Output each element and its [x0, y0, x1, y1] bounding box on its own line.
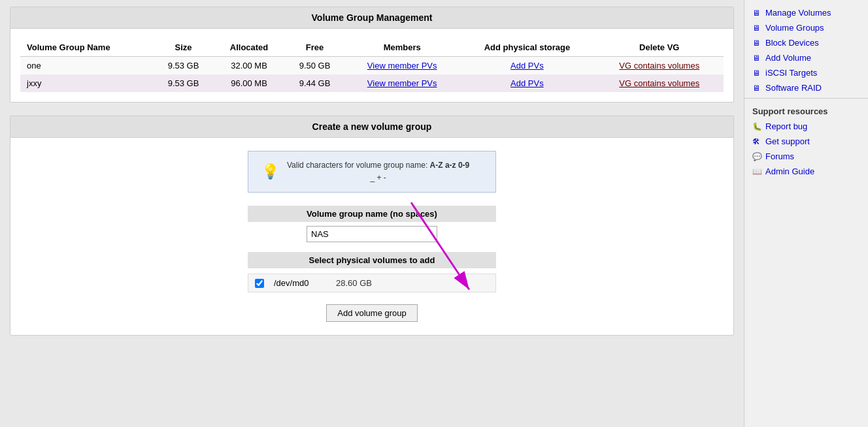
- support-icon: 🛠: [752, 137, 761, 146]
- support-section-title: Support resources: [744, 101, 868, 119]
- table-row: jxxy 9.53 GB 96.00 MB 9.44 GB View membe…: [20, 74, 724, 92]
- col-delete-vg: Delete VG: [595, 39, 724, 57]
- vg-name-input[interactable]: [307, 226, 437, 242]
- sidebar-item-label: Software RAID: [765, 83, 822, 93]
- sidebar-item-software-raid[interactable]: 🖥Software RAID: [744, 80, 868, 95]
- hint-text: Valid characters for volume group name: …: [287, 159, 469, 184]
- sidebar-support-admin-guide[interactable]: 📖Admin Guide: [744, 164, 868, 179]
- sidebar-item-manage-volumes[interactable]: 🖥Manage Volumes: [744, 5, 868, 20]
- sidebar-support-label: Get support: [765, 136, 810, 146]
- disk-icon: 🖥: [752, 39, 761, 48]
- vg-delete-link[interactable]: VG contains volumes: [595, 57, 724, 75]
- vg-free: 9.50 GB: [284, 57, 345, 75]
- sidebar-divider: [744, 98, 868, 99]
- sidebar-item-volume-groups[interactable]: 🖥Volume Groups: [744, 20, 868, 35]
- vg-name: one: [20, 57, 153, 75]
- disk-icon: 🖥: [752, 8, 761, 18]
- sidebar-item-label: Manage Volumes: [765, 8, 831, 18]
- vg-add-link[interactable]: Add PVs: [459, 57, 595, 75]
- sidebar-support-report-bug[interactable]: 🐛Report bug: [744, 119, 868, 134]
- vg-name-label: Volume group name (no spaces): [248, 206, 496, 222]
- volume-group-table: Volume Group Name Size Allocated Free Me…: [20, 39, 724, 92]
- col-size: Size: [153, 39, 214, 57]
- sidebar-support: 🐛Report bug🛠Get support💬Forums📖Admin Gui…: [744, 119, 868, 179]
- vg-members-link[interactable]: View member PVs: [345, 74, 459, 92]
- col-allocated: Allocated: [214, 39, 284, 57]
- sidebar-support-label: Report bug: [765, 121, 807, 131]
- volume-item: /dev/md0 28.60 GB: [248, 274, 496, 293]
- vg-delete-link[interactable]: VG contains volumes: [595, 74, 724, 92]
- vgm-panel-title: Volume Group Management: [10, 7, 733, 29]
- disk-icon: 🖥: [752, 54, 761, 63]
- sidebar-item-label: iSCSI Targets: [765, 68, 817, 78]
- guide-icon: 📖: [752, 167, 761, 176]
- sidebar-support-forums[interactable]: 💬Forums: [744, 149, 868, 164]
- volume-group-form: Volume group name (no spaces) Select phy…: [248, 206, 496, 322]
- vg-add-link[interactable]: Add PVs: [459, 74, 595, 92]
- volume-device-size: 28.60 GB: [336, 278, 372, 288]
- volume-device-name: /dev/md0: [274, 278, 326, 288]
- vg-size: 9.53 GB: [153, 74, 214, 92]
- sidebar-item-add-volume[interactable]: 🖥Add Volume: [744, 50, 868, 65]
- volume-checkbox[interactable]: [255, 279, 264, 288]
- disk-icon: 🖥: [752, 84, 761, 93]
- sidebar-support-label: Admin Guide: [765, 166, 814, 176]
- forums-icon: 💬: [752, 152, 761, 161]
- volume-group-management-panel: Volume Group Management Volume Group Nam…: [10, 7, 734, 103]
- sidebar-nav: 🖥Manage Volumes🖥Volume Groups🖥Block Devi…: [744, 5, 868, 95]
- vg-free: 9.44 GB: [284, 74, 345, 92]
- sidebar-item-label: Block Devices: [765, 38, 819, 48]
- sidebar-support-get-support[interactable]: 🛠Get support: [744, 134, 868, 149]
- sidebar: 🖥Manage Volumes🖥Volume Groups🖥Block Devi…: [744, 0, 868, 427]
- cvg-panel-title: Create a new volume group: [10, 116, 733, 138]
- volumes-list: /dev/md0 28.60 GB: [248, 274, 496, 293]
- col-name: Volume Group Name: [20, 39, 153, 57]
- disk-icon: 🖥: [752, 69, 761, 78]
- table-row: one 9.53 GB 32.00 MB 9.50 GB View member…: [20, 57, 724, 75]
- col-members: Members: [345, 39, 459, 57]
- vg-name: jxxy: [20, 74, 153, 92]
- select-pv-label: Select physical volumes to add: [248, 252, 496, 268]
- hint-box: 💡 Valid characters for volume group name…: [248, 151, 496, 193]
- arrow-container: /dev/md0 28.60 GB: [248, 274, 496, 293]
- create-volume-group-panel: Create a new volume group 💡 Valid charac…: [10, 116, 734, 336]
- vg-allocated: 32.00 MB: [214, 57, 284, 75]
- col-free: Free: [284, 39, 345, 57]
- disk-icon: 🖥: [752, 24, 761, 33]
- vg-allocated: 96.00 MB: [214, 74, 284, 92]
- sidebar-item-iscsi-targets[interactable]: 🖥iSCSI Targets: [744, 65, 868, 80]
- sidebar-item-label: Volume Groups: [765, 23, 824, 33]
- lightbulb-icon: 💡: [261, 163, 279, 180]
- add-volume-group-button[interactable]: Add volume group: [326, 304, 418, 322]
- sidebar-item-block-devices[interactable]: 🖥Block Devices: [744, 35, 868, 50]
- vg-size: 9.53 GB: [153, 57, 214, 75]
- col-add-storage: Add physical storage: [459, 39, 595, 57]
- sidebar-item-label: Add Volume: [765, 53, 811, 63]
- vg-members-link[interactable]: View member PVs: [345, 57, 459, 75]
- bug-icon: 🐛: [752, 122, 761, 131]
- sidebar-support-label: Forums: [765, 151, 794, 161]
